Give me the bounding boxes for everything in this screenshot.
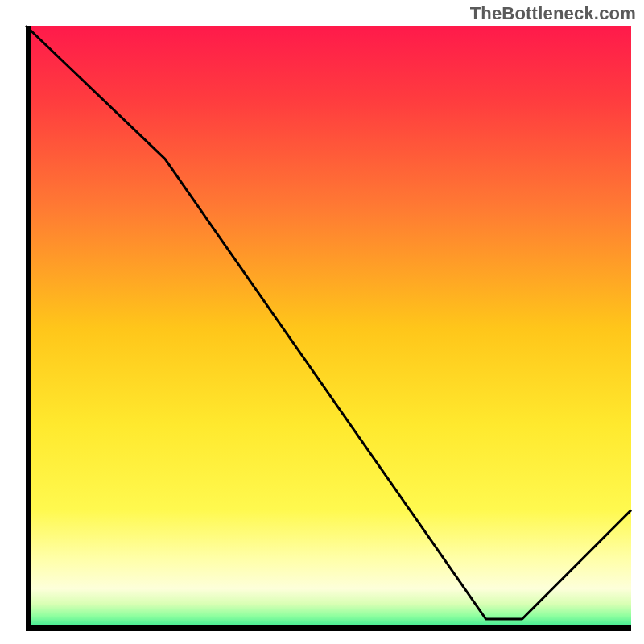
plot-background — [26, 26, 631, 631]
bottleneck-chart — [0, 0, 644, 644]
chart-frame: TheBottleneck.com — [0, 0, 644, 644]
